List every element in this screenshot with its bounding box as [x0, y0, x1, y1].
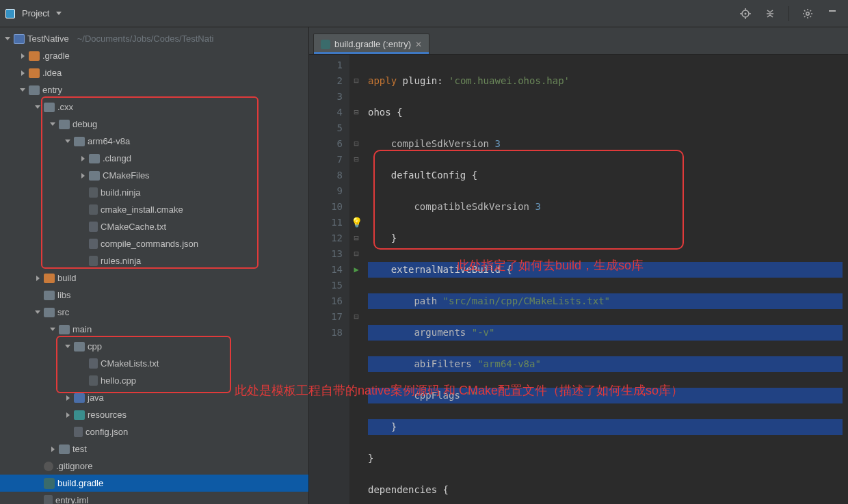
tree-entry[interactable]: entry — [0, 81, 308, 98]
project-tree[interactable]: TestNative~/Documents/Jobs/Codes/TestNat… — [0, 27, 308, 504]
svg-point-1 — [745, 12, 747, 14]
svg-line-13 — [810, 16, 812, 17]
svg-point-7 — [806, 12, 809, 14]
tree-build-gradle[interactable]: build.gradle — [0, 475, 308, 492]
tree-compile-commands[interactable]: compile_commands.json — [0, 235, 308, 252]
toolbar-target-icon[interactable] — [739, 8, 752, 20]
svg-line-14 — [804, 16, 806, 17]
tree-cmakefiles[interactable]: CMakeFiles — [0, 167, 308, 184]
tree-config-json[interactable]: config.json — [0, 423, 308, 440]
tree-cmakelists[interactable]: CMakeLists.txt — [0, 355, 308, 372]
tree-arm64[interactable]: arm64-v8a — [0, 133, 308, 150]
editor-tabbar: build.gradle (:entry) ✕ — [309, 27, 848, 55]
tree-idea[interactable]: .idea — [0, 64, 308, 81]
run-gutter-icon[interactable]: ▶ — [350, 262, 362, 278]
code-editor[interactable]: 123 456 789 101112 131415 161718 ⊟ ⊟ ⊟ ⊟… — [309, 55, 848, 504]
tree-cpp[interactable]: cpp — [0, 338, 308, 355]
tree-gradle[interactable]: .gradle — [0, 47, 308, 64]
svg-line-12 — [804, 10, 806, 12]
tab-build-gradle[interactable]: build.gradle (:entry) ✕ — [313, 34, 429, 54]
line-gutter: 123 456 789 101112 131415 161718 — [309, 55, 350, 504]
tree-hello-cpp[interactable]: hello.cpp — [0, 372, 308, 389]
tree-build[interactable]: build — [0, 269, 308, 287]
tree-build-ninja[interactable]: build.ninja — [0, 184, 308, 201]
editor-panel: build.gradle (:entry) ✕ 123 456 789 1011… — [309, 27, 848, 504]
tree-cmake-install[interactable]: cmake_install.cmake — [0, 201, 308, 218]
tree-rules-ninja[interactable]: rules.ninja — [0, 252, 308, 269]
tree-src[interactable]: src — [0, 304, 308, 321]
tree-clangd[interactable]: .clangd — [0, 150, 308, 167]
tree-cxx[interactable]: .cxx — [0, 98, 308, 116]
tab-label: build.gradle (:entry) — [334, 39, 411, 49]
tree-main[interactable]: main — [0, 321, 308, 338]
fold-gutter: ⊟ ⊟ ⊟ ⊟ 💡⊟ ⊟▶ ⊟ — [350, 55, 362, 504]
code-area[interactable]: apply plugin: 'com.huawei.ohos.hap' ohos… — [362, 55, 848, 504]
tree-cmakecache[interactable]: CMakeCache.txt — [0, 218, 308, 235]
gradle-icon — [321, 40, 330, 49]
project-window-icon — [5, 9, 15, 18]
tree-test[interactable]: test — [0, 440, 308, 457]
toolbar-settings-icon[interactable] — [801, 8, 814, 20]
tree-resources[interactable]: resources — [0, 406, 308, 423]
tree-java[interactable]: java — [0, 389, 308, 406]
main-toolbar: Project — [0, 0, 848, 27]
toolbar-collapse-icon[interactable] — [764, 8, 776, 20]
tree-libs[interactable]: libs — [0, 287, 308, 304]
tree-entry-iml[interactable]: entry.iml — [0, 492, 308, 504]
tree-debug[interactable]: debug — [0, 116, 308, 133]
project-dropdown-label[interactable]: Project — [22, 8, 49, 18]
project-tree-panel: TestNative~/Documents/Jobs/Codes/TestNat… — [0, 27, 309, 504]
bulb-icon[interactable]: 💡 — [350, 215, 362, 230]
chevron-down-icon[interactable] — [56, 12, 62, 15]
close-icon[interactable]: ✕ — [415, 40, 422, 49]
svg-line-15 — [810, 10, 812, 12]
toolbar-hide-icon[interactable] — [826, 8, 838, 20]
svg-rect-16 — [829, 10, 836, 12]
tree-root[interactable]: TestNative~/Documents/Jobs/Codes/TestNat… — [0, 30, 308, 47]
tree-gitignore[interactable]: .gitignore — [0, 457, 308, 475]
